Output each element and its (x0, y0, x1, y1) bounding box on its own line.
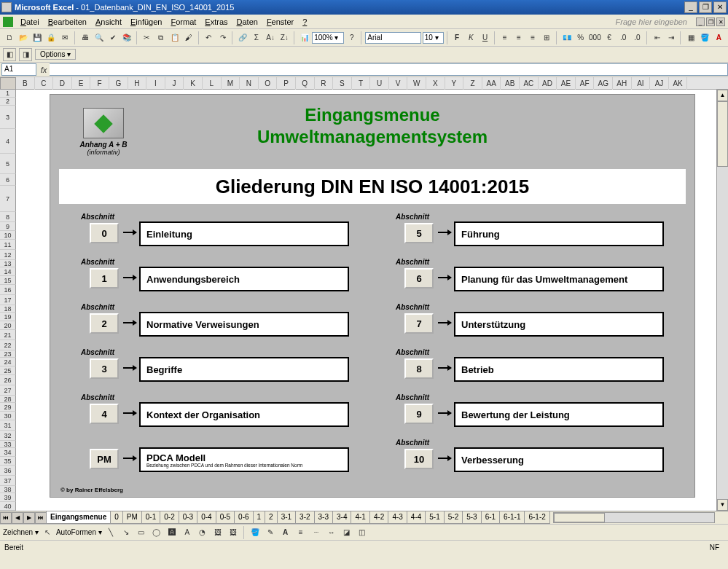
inc-indent-icon[interactable]: ⇥ (665, 31, 677, 44)
sheet-tab[interactable]: 0-1 (141, 511, 160, 524)
line-icon[interactable]: ╲ (104, 526, 117, 539)
doc-restore-button[interactable]: ❐ (706, 17, 715, 26)
row-header[interactable]: 21 (0, 330, 16, 340)
dec-decimal-icon[interactable]: .0 (631, 31, 643, 44)
underline-icon[interactable]: U (479, 31, 491, 44)
sheet-tab[interactable]: 6-1-1 (499, 511, 525, 524)
sheet-tab[interactable]: 3-2 (295, 511, 314, 524)
column-header[interactable]: V (389, 77, 408, 90)
arrow-style-icon[interactable]: ↔ (325, 526, 338, 539)
column-header[interactable]: R (315, 77, 334, 90)
menu-einfügen[interactable]: Einfügen (126, 17, 166, 26)
help-icon[interactable]: ? (345, 31, 358, 44)
row-header[interactable]: 33 (0, 441, 16, 448)
row-header[interactable]: 28 (0, 396, 16, 403)
row-header[interactable]: 13 (0, 260, 16, 267)
open-icon[interactable]: 📂 (17, 31, 29, 44)
section-desc-7[interactable]: Unterstützung (454, 312, 664, 337)
row-header[interactable]: 26 (0, 375, 16, 385)
arrow-icon[interactable]: ↘ (120, 526, 133, 539)
row-header[interactable]: 25 (0, 366, 16, 375)
column-header[interactable]: AG (594, 77, 613, 90)
row-header[interactable]: 30 (0, 412, 16, 420)
row-header[interactable]: 16 (0, 285, 16, 295)
row-header[interactable]: 34 (0, 448, 16, 457)
section-desc-3[interactable]: Begriffe (139, 357, 349, 382)
row-header[interactable]: 40 (0, 502, 16, 511)
sort-asc-icon[interactable]: A↓ (265, 31, 277, 44)
doc-close-button[interactable]: ✕ (716, 17, 725, 26)
row-header[interactable]: 2 (0, 98, 16, 106)
sheet-tab[interactable]: 6-1-2 (524, 511, 549, 524)
row-header[interactable]: 9 (0, 222, 16, 231)
column-header[interactable]: Y (445, 77, 464, 90)
font-size-combo[interactable]: 10 ▾ (423, 32, 444, 44)
tab-nav-last-icon[interactable]: ⏭ (35, 512, 47, 524)
rectangle-icon[interactable]: ▭ (135, 526, 148, 539)
column-header[interactable]: H (128, 77, 147, 90)
section-desc-2[interactable]: Normative Verweisungen (139, 312, 349, 337)
row-header[interactable]: 11 (0, 240, 16, 250)
sheet-tab[interactable]: 6-1 (481, 511, 500, 524)
sheet-tab[interactable]: 3-4 (332, 511, 351, 524)
bold-icon[interactable]: F (451, 31, 463, 44)
spelling-icon[interactable]: ✔ (106, 31, 119, 44)
row-header[interactable]: 18 (0, 305, 16, 313)
row-header[interactable]: 5 (0, 154, 16, 174)
section-button-9[interactable]: 9 (404, 404, 434, 424)
sort-desc-icon[interactable]: Z↓ (278, 31, 291, 44)
new-icon[interactable]: 🗋 (3, 31, 15, 44)
percent-icon[interactable]: % (574, 31, 587, 44)
row-header[interactable]: 35 (0, 457, 16, 466)
sheet-tab[interactable]: PM (122, 511, 142, 524)
column-header[interactable]: L (203, 77, 222, 90)
chart-icon[interactable]: 📊 (298, 31, 310, 44)
clipart-icon[interactable]: 🖼 (211, 526, 224, 539)
copy-icon[interactable]: ⧉ (154, 31, 167, 44)
select-objects-icon[interactable]: ↖ (41, 526, 54, 539)
vertical-scrollbar[interactable]: ▲ ▼ (716, 90, 728, 511)
tab-nav-next-icon[interactable]: ▶ (23, 512, 35, 524)
row-header[interactable]: 10 (0, 231, 16, 240)
align-center-icon[interactable]: ≡ (512, 31, 525, 44)
column-header[interactable]: X (426, 77, 445, 90)
shadow-icon[interactable]: ◪ (340, 526, 353, 539)
column-header[interactable]: K (184, 77, 203, 90)
row-header[interactable]: 32 (0, 431, 16, 441)
sheet-tab[interactable]: 0-2 (160, 511, 179, 524)
scroll-up-icon[interactable]: ▲ (717, 90, 728, 101)
column-header[interactable]: AC (520, 77, 539, 90)
preview-icon[interactable]: 🔍 (93, 31, 105, 44)
column-header[interactable]: D (53, 77, 72, 90)
font-combo[interactable]: Arial (365, 32, 420, 44)
column-header[interactable]: S (333, 77, 352, 90)
line-style-icon[interactable]: ≡ (294, 526, 308, 539)
row-header[interactable]: 23 (0, 350, 16, 358)
align-left-icon[interactable]: ≡ (498, 31, 511, 44)
sheet-tab[interactable]: 0-3 (179, 511, 197, 524)
menu-bearbeiten[interactable]: Bearbeiten (44, 17, 91, 26)
diagram-icon[interactable]: ◔ (196, 526, 209, 539)
sheet-tab[interactable]: 1 (253, 511, 266, 524)
column-header[interactable]: W (407, 77, 426, 90)
section-button-8[interactable]: 8 (404, 358, 434, 379)
row-header[interactable]: 14 (0, 267, 16, 276)
sheet-tab[interactable]: 0 (110, 511, 123, 524)
fill-color-draw-icon[interactable]: 🪣 (248, 526, 262, 539)
sheet-tab[interactable]: 3-3 (314, 511, 333, 524)
section-button-PM[interactable]: PM (90, 449, 119, 469)
maximize-button[interactable]: ❐ (699, 1, 712, 13)
column-header[interactable]: C (35, 77, 54, 90)
save-icon[interactable]: 💾 (31, 31, 43, 44)
threeD-icon[interactable]: ◫ (356, 526, 369, 539)
column-header[interactable]: AH (613, 77, 632, 90)
column-header[interactable]: J (165, 77, 184, 90)
sheet-tab[interactable]: 5-1 (425, 511, 444, 524)
redo-icon[interactable]: ↷ (216, 31, 229, 44)
hscroll-thumb[interactable] (554, 513, 605, 522)
column-header[interactable]: AD (539, 77, 557, 90)
snagit2-icon[interactable]: ◨ (19, 48, 32, 61)
row-header[interactable]: 29 (0, 403, 16, 412)
row-header[interactable]: 8 (0, 212, 16, 222)
row-header[interactable]: 38 (0, 486, 16, 493)
